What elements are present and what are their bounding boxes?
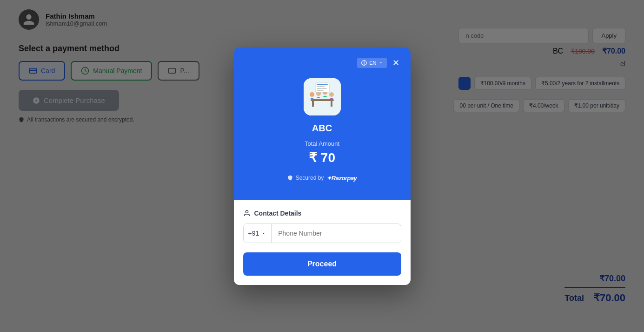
- svg-rect-6: [312, 101, 314, 107]
- lang-label: EN: [369, 60, 376, 66]
- phone-input-row: +91: [243, 224, 401, 243]
- company-logo-container: [304, 78, 341, 115]
- modal-body: Contact Details +91 Proceed: [234, 200, 411, 285]
- contact-header-label: Contact Details: [254, 210, 302, 217]
- contact-details-header: Contact Details: [243, 210, 401, 217]
- svg-rect-7: [331, 101, 332, 107]
- svg-rect-13: [317, 84, 328, 85]
- amount-value: ₹ 70: [243, 150, 401, 165]
- svg-rect-15: [317, 88, 327, 89]
- proceed-button[interactable]: Proceed: [243, 252, 401, 276]
- phone-number-input[interactable]: [272, 224, 400, 243]
- payment-modal: EN ✕: [234, 47, 411, 285]
- company-name: ABC: [243, 123, 401, 134]
- secured-section: Secured by ✦Razorpay: [243, 175, 401, 182]
- country-code-selector[interactable]: +91: [244, 224, 272, 243]
- secured-text: Secured by: [296, 175, 324, 181]
- modal-toolbar: EN ✕: [243, 57, 401, 69]
- amount-label: Total Amount: [243, 140, 401, 147]
- razorpay-logo: ✦Razorpay: [326, 175, 357, 182]
- svg-rect-5: [311, 99, 334, 101]
- svg-point-17: [246, 210, 248, 213]
- svg-rect-16: [317, 90, 324, 91]
- country-code-value: +91: [248, 230, 259, 237]
- company-logo: [304, 78, 341, 115]
- svg-point-8: [310, 92, 314, 97]
- modal-header: EN ✕: [234, 47, 411, 200]
- close-modal-button[interactable]: ✕: [391, 57, 401, 69]
- svg-rect-14: [317, 86, 325, 87]
- svg-point-11: [329, 92, 334, 97]
- language-button[interactable]: EN: [357, 58, 386, 68]
